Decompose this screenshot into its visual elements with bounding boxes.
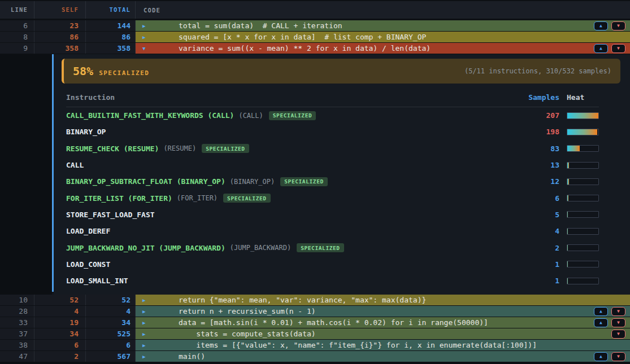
code-column-header: CODE (136, 7, 630, 14)
instruction-row[interactable]: STORE_FAST_LOAD_FAST 5 (66, 207, 599, 223)
expander-icon[interactable]: ▶ (142, 23, 150, 29)
self-samples: 358 (34, 43, 86, 54)
instruction-name: FOR_ITER_LIST (FOR_ITER) (FOR_ITER) SPEC… (66, 194, 514, 203)
code-cell[interactable]: ▼ variance = sum((x - mean) ** 2 for x i… (136, 43, 630, 54)
code-text: return n + recursive_sum(n - 1) (179, 307, 316, 315)
total-samples: 52 (86, 295, 136, 305)
samples-count: 12 (514, 177, 559, 186)
instruction-base-name: (JUMP_BACKWARD) (230, 244, 291, 252)
heat-bar-fill (567, 146, 580, 151)
table-header: LINE SELF TOTAL CODE (0, 0, 630, 20)
nav-up-button[interactable]: ▲ (594, 318, 608, 327)
samples-count: 4 (514, 227, 559, 235)
total-samples: 144 (86, 20, 136, 31)
instruction-name: RESUME_CHECK (RESUME) (RESUME) SPECIALIZ… (66, 144, 514, 153)
code-cell[interactable]: ▶ main() ▲ ▼ (136, 351, 630, 362)
heat-column-header: Heat (567, 93, 599, 102)
instruction-row[interactable]: RESUME_CHECK (RESUME) (RESUME) SPECIALIZ… (66, 141, 599, 157)
samples-count: 1 (514, 277, 559, 285)
specialized-percent: 58% (73, 64, 93, 78)
row-nav-buttons: ▲ ▼ (594, 352, 625, 361)
code-line-row: 28 4 4 ▶ return n + recursive_sum(n - 1)… (0, 306, 630, 317)
instruction-table-header: Instruction Samples Heat (66, 88, 599, 107)
instruction-name-text: STORE_FAST_LOAD_FAST (66, 210, 155, 219)
self-column-header[interactable]: SELF (34, 1, 86, 19)
code-cell[interactable]: ▶ squared = [x * x for x in data] # list… (136, 32, 630, 42)
instruction-row[interactable]: CALL_BUILTIN_FAST_WITH_KEYWORDS (CALL) (… (66, 107, 599, 124)
total-samples: 4 (86, 306, 136, 317)
samples-count: 198 (514, 128, 559, 136)
instruction-row[interactable]: JUMP_BACKWARD_NO_JIT (JUMP_BACKWARD) (JU… (66, 239, 599, 256)
nav-down-button[interactable]: ▼ (611, 318, 625, 327)
expander-icon[interactable]: ▶ (142, 297, 150, 303)
heat-bar-fill (567, 179, 569, 185)
code-text: variance = sum((x - mean) ** 2 for x in … (179, 44, 431, 52)
code-cell[interactable]: ▶ stats = compute_stats(data) ▼ (136, 328, 630, 339)
code-cell[interactable]: ▶ return n + recursive_sum(n - 1) ▲ ▼ (136, 306, 630, 317)
code-text: data = [math.sin(i * 0.01) + math.cos(i … (179, 318, 488, 327)
code-cell[interactable]: ▶ items = [{"value": x, "name": f"item_{… (136, 340, 630, 350)
heat-bar (567, 162, 599, 169)
nav-down-button[interactable]: ▼ (611, 352, 625, 361)
nav-down-button[interactable]: ▼ (611, 307, 625, 316)
expander-icon[interactable]: ▶ (142, 34, 150, 40)
self-samples: 19 (34, 317, 86, 328)
specialized-badge: SPECIALIZED (297, 243, 344, 252)
code-text: total = sum(data) # CALL + iteration (179, 21, 342, 30)
heat-bar (567, 145, 599, 152)
nav-up-button[interactable]: ▲ (594, 352, 608, 361)
code-text: return {"mean": mean, "var": variance, "… (179, 296, 426, 304)
heat-bar (567, 195, 599, 201)
instruction-name-text: BINARY_OP (66, 128, 106, 136)
expander-icon[interactable]: ▶ (142, 320, 150, 326)
instruction-name: CALL (66, 161, 514, 169)
specialized-badge: SPECIALIZED (280, 177, 328, 186)
nav-up-button[interactable]: ▲ (594, 21, 608, 30)
expanded-panel: 58% SPECIALIZED (5/11 instructions, 310/… (0, 54, 630, 295)
row-nav-buttons: ▲ ▼ (594, 44, 625, 53)
instruction-row[interactable]: LOAD_DEREF 4 (66, 223, 599, 239)
nav-down-button[interactable]: ▼ (611, 44, 625, 53)
instruction-name-text: CALL (66, 161, 84, 169)
instruction-base-name: (CALL) (238, 112, 263, 120)
total-samples: 34 (86, 317, 136, 328)
instruction-row[interactable]: BINARY_OP 198 (66, 124, 599, 140)
nav-up-button[interactable]: ▲ (594, 44, 608, 53)
code-cell[interactable]: ▶ data = [math.sin(i * 0.01) + math.cos(… (136, 317, 630, 328)
expander-icon[interactable]: ▶ (142, 354, 150, 359)
code-cell[interactable]: ▶ total = sum(data) # CALL + iteration ▲… (136, 20, 630, 31)
samples-count: 83 (514, 144, 559, 153)
instruction-row[interactable]: LOAD_CONST 1 (66, 256, 599, 273)
instruction-name: LOAD_SMALL_INT (66, 277, 514, 285)
total-column-header[interactable]: TOTAL (86, 1, 136, 19)
expander-icon[interactable]: ▼ (142, 46, 150, 51)
nav-up-button[interactable]: ▲ (594, 307, 608, 316)
samples-count: 2 (514, 244, 559, 252)
instruction-base-name: (BINARY_OP) (230, 178, 275, 186)
instruction-row[interactable]: FOR_ITER_LIST (FOR_ITER) (FOR_ITER) SPEC… (66, 190, 599, 206)
nav-down-button[interactable]: ▼ (611, 330, 625, 339)
expander-icon[interactable]: ▶ (142, 309, 150, 314)
total-samples: 6 (86, 340, 136, 350)
instruction-name-text: JUMP_BACKWARD_NO_JIT (JUMP_BACKWARD) (66, 244, 225, 252)
instruction-name: BINARY_OP (66, 128, 514, 136)
expander-icon[interactable]: ▶ (142, 331, 150, 337)
instruction-name-text: RESUME_CHECK (RESUME) (66, 144, 159, 153)
instruction-name-text: BINARY_OP_SUBTRACT_FLOAT (BINARY_OP) (66, 177, 225, 186)
row-nav-buttons: ▲ ▼ (594, 307, 625, 316)
nav-down-button[interactable]: ▼ (611, 21, 625, 30)
expander-icon[interactable]: ▶ (142, 343, 150, 348)
instruction-name: BINARY_OP_SUBTRACT_FLOAT (BINARY_OP) (BI… (66, 177, 514, 186)
self-samples: 34 (34, 328, 86, 339)
heat-bar-fill (567, 129, 597, 135)
instruction-column-header: Instruction (66, 93, 514, 102)
instruction-row[interactable]: BINARY_OP_SUBTRACT_FLOAT (BINARY_OP) (BI… (66, 173, 599, 190)
samples-count: 5 (514, 210, 559, 219)
self-samples: 52 (34, 295, 86, 305)
instruction-name: LOAD_CONST (66, 260, 514, 269)
panel-content: 58% SPECIALIZED (5/11 instructions, 310/… (54, 54, 630, 295)
samples-column-header[interactable]: Samples (514, 93, 559, 102)
instruction-row[interactable]: LOAD_SMALL_INT 1 (66, 273, 599, 289)
instruction-row[interactable]: CALL 13 (66, 157, 599, 173)
code-cell[interactable]: ▶ return {"mean": mean, "var": variance,… (136, 295, 630, 305)
